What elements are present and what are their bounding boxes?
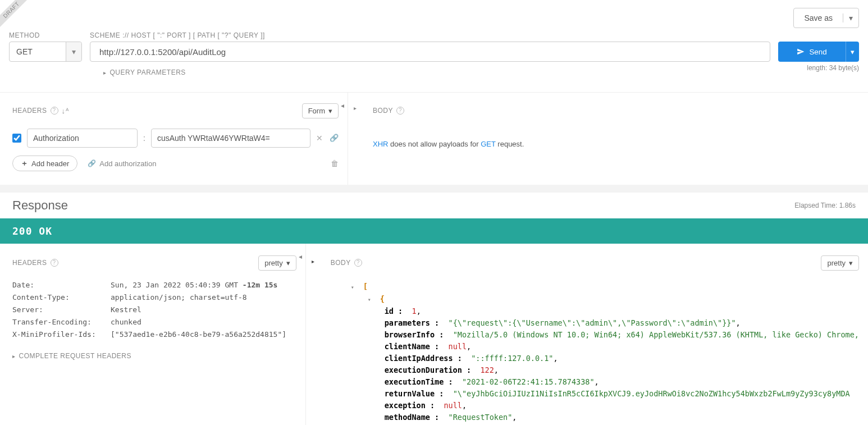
help-icon[interactable]: ? [396,107,404,115]
expand-right-icon[interactable] [312,256,314,265]
expand-right-icon[interactable] [354,104,357,112]
elapsed-time: Elapsed Time: 1.86s [794,202,856,209]
complete-request-headers-toggle[interactable]: COMPLETE REQUEST HEADERS [12,352,296,360]
query-parameters-toggle[interactable]: QUERY PARAMETERS [90,64,770,81]
save-as-caret-icon[interactable]: ▾ [843,13,858,22]
header-link-icon[interactable]: 🔗 [330,134,339,143]
url-length-text: length: 34 byte(s) [770,64,859,81]
collapse-icon[interactable]: ▾ [368,294,376,305]
help-icon[interactable]: ? [51,259,58,267]
send-label: Send [809,48,826,56]
collapse-left-icon[interactable]: ◂ [299,253,302,261]
xhr-link[interactable]: XHR [373,140,388,148]
response-headers-label: HEADERS [12,259,47,267]
url-input[interactable] [90,42,770,62]
save-as-label: Save as [794,13,843,22]
method-value: GET [10,47,66,56]
header-name-input[interactable] [27,129,138,148]
collapse-left-icon[interactable]: ◂ [341,102,344,109]
send-icon [797,48,805,56]
url-label: SCHEME :// HOST [ ":" PORT ] [ PATH [ "?… [90,31,770,39]
response-headers-table: Date:Sun, 23 Jan 2022 05:40:39 GMT -12m … [12,281,296,339]
body-message: XHR does not allow payloads for GET requ… [373,129,859,148]
header-enable-checkbox[interactable] [12,134,21,143]
body-label: BODY [373,107,393,115]
header-value-input[interactable] [151,129,310,148]
headers-form-toggle[interactable]: Form ▾ [302,103,339,118]
help-icon[interactable]: ? [354,259,362,267]
help-icon[interactable]: ? [51,107,58,115]
sort-icon[interactable]: ↓ᴬ [62,107,70,115]
send-button[interactable]: Send ▾ [778,42,859,62]
send-caret-icon[interactable]: ▾ [846,42,859,62]
query-parameters-label: QUERY PARAMETERS [110,68,186,76]
chevron-right-icon [103,68,107,76]
plus-icon: ＋ [21,158,28,168]
link-icon: 🔗 [88,159,96,167]
caret-down-icon: ▾ [286,259,290,267]
status-bar: 200 OK [0,218,868,244]
add-header-button[interactable]: ＋ Add header [12,156,77,171]
chevron-right-icon [12,352,16,360]
headers-label: HEADERS [12,107,47,115]
method-label: METHOD [9,31,82,39]
add-authorization-button[interactable]: 🔗 Add authorization [88,159,156,168]
body-pretty-toggle[interactable]: pretty ▾ [821,255,859,271]
header-row: : ✕ 🔗 [12,129,339,148]
response-body-json: ▾ [ ▾ { id : 1, parameters : "{\"request… [331,281,859,425]
collapse-icon[interactable]: ▾ [351,281,359,293]
response-title: Response [12,198,68,213]
trash-icon[interactable]: 🗑 [331,159,339,168]
response-body-label: BODY [331,259,351,267]
remove-header-icon[interactable]: ✕ [316,134,323,143]
get-link[interactable]: GET [481,140,496,148]
pretty-toggle[interactable]: pretty ▾ [258,255,296,271]
caret-down-icon: ▾ [849,259,853,267]
method-caret-icon[interactable]: ▾ [66,42,81,61]
caret-down-icon: ▾ [328,107,332,115]
save-as-button[interactable]: Save as ▾ [793,8,859,28]
method-select[interactable]: GET ▾ [9,42,82,62]
